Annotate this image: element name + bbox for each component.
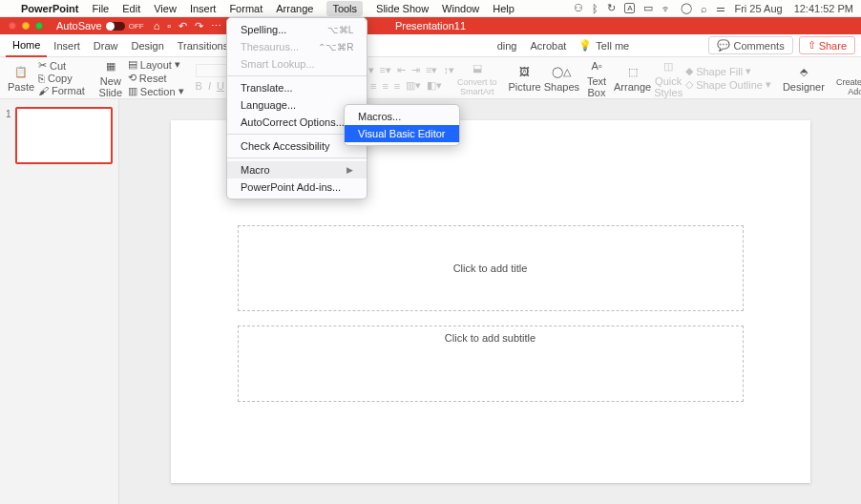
menu-item-spelling-[interactable]: Spelling...⌥⌘L [227,21,367,38]
control-center-icon[interactable]: ⚌ [716,2,725,14]
menu-insert[interactable]: Insert [190,3,217,14]
adobe-pdf-button[interactable]: 📄Create and Share Adobe PDF [836,59,861,96]
save-icon[interactable]: ▫ [167,20,171,32]
home-icon[interactable]: ⌂ [154,20,160,32]
line-spacing-button[interactable]: ≡▾ [426,64,437,76]
menu-item-visual-basic-editor[interactable]: Visual Basic Editor [345,125,459,142]
convert-smartart-button[interactable]: ⬓Convert to SmartArt [457,59,497,96]
justify-button[interactable]: ≡ [394,80,400,92]
arrange-button[interactable]: ⬚Arrange [614,63,651,93]
status-icon[interactable]: ⚇ [574,2,583,14]
autosave-toggle[interactable] [106,22,125,31]
chevron-down-icon: ▾ [178,85,184,97]
copy-button[interactable]: ⎘Copy [38,73,85,84]
comments-button[interactable]: 💬Comments [708,36,792,54]
picture-button[interactable]: 🖼Picture [508,63,540,93]
subtitle-placeholder-text: Click to add subtitle [445,332,536,344]
menu-tools[interactable]: Tools [326,1,363,16]
sync-icon[interactable]: ↻ [607,2,616,14]
menu-help[interactable]: Help [493,3,514,14]
numbering-button[interactable]: ≡▾ [380,64,391,76]
subtitle-placeholder[interactable]: Click to add subtitle [238,326,744,402]
spotlight-icon[interactable]: ⌕ [701,3,707,14]
menu-item-macro[interactable]: Macro▶ [227,161,367,178]
comment-icon: 💬 [717,39,730,52]
shapes-button[interactable]: ◯△Shapes [544,63,579,93]
menu-item-macros-[interactable]: Macros... [345,108,459,125]
menu-item-smart-lookup-: Smart Lookup... [227,55,367,73]
tell-me[interactable]: Tell me [596,40,629,52]
menu-file[interactable]: File [93,3,110,14]
underline-button[interactable]: U [217,80,224,92]
format-painter-button[interactable]: 🖌Format [38,85,85,96]
tab-home[interactable]: Home [6,34,47,57]
shape-outline-button[interactable]: ◇Shape Outline▾ [685,78,771,91]
align-center-button[interactable]: ≡ [370,80,376,92]
section-button[interactable]: ▥Section▾ [128,85,184,97]
text-direction-button[interactable]: ↕▾ [443,64,454,76]
tab-insert[interactable]: Insert [47,34,87,57]
fill-icon: ◆ [685,65,693,77]
reset-button[interactable]: ⟲Reset [128,72,184,84]
title-placeholder[interactable]: Click to add title [238,225,744,311]
bluetooth-icon[interactable]: ᛒ [592,3,598,14]
quick-styles-button[interactable]: ◫Quick Styles [654,57,682,98]
tab-draw[interactable]: Draw [87,34,125,57]
app-name[interactable]: PowerPoint [21,3,79,14]
indent-inc-button[interactable]: ⇥ [411,64,420,76]
menu-item-powerpoint-add-ins-[interactable]: PowerPoint Add-ins... [227,178,367,196]
macos-menubar: PowerPoint File Edit View Insert Format … [0,0,861,17]
window-zoom-button[interactable] [35,22,43,30]
window-titlebar: AutoSave OFF ⌂ ▫ ↶ ↷ ⋯ Presentation11 [0,17,861,34]
battery-icon[interactable]: ▭ [643,2,653,14]
slide-thumbnail-panel: 1 [0,99,119,504]
bold-button[interactable]: B [196,80,202,92]
indent-dec-button[interactable]: ⇤ [397,64,406,76]
menu-window[interactable]: Window [442,3,479,14]
cut-label: Cut [50,60,66,72]
share-button[interactable]: ⇧Share [799,36,855,54]
window-minimize-button[interactable] [22,22,30,30]
menu-arrange[interactable]: Arrange [276,3,313,14]
shape-fill-button[interactable]: ◆Shape Fill▾ [685,65,771,77]
undo-icon[interactable]: ↶ [178,20,187,32]
user-icon[interactable]: ◯ [681,2,692,14]
menubar-time[interactable]: 12:41:52 PM [794,3,853,14]
more-icon[interactable]: ⋯ [211,20,221,32]
text-box-button[interactable]: A▫Text Box [582,57,611,98]
italic-button[interactable]: I [208,80,211,92]
picture-label: Picture [508,81,540,93]
slide-thumbnail[interactable] [15,107,113,164]
reset-label: Reset [139,73,167,84]
share-icon: ⇧ [808,39,816,52]
smartart-button[interactable]: ◧▾ [427,79,442,92]
tab-recording[interactable]: ding [491,34,524,57]
ribbon-content: 📋Paste ✂Cut ⎘Copy 🖌Format ▦New Slide ▤La… [0,57,861,99]
tab-acrobat[interactable]: Acrobat [523,34,573,57]
scissors-icon: ✂ [38,59,47,72]
cut-button[interactable]: ✂Cut [38,59,85,72]
shapeoutline-label: Shape Outline [696,79,763,91]
menu-item-translate-[interactable]: Translate... [227,79,367,96]
menubar-date[interactable]: Fri 25 Aug [734,3,782,14]
redo-icon[interactable]: ↷ [195,20,203,32]
paste-button[interactable]: 📋Paste [7,63,35,93]
tab-design[interactable]: Design [125,34,171,57]
layout-button[interactable]: ▤Layout▾ [128,58,184,71]
chevron-down-icon: ▾ [766,78,771,91]
window-close-button[interactable] [9,22,16,30]
autosave-state: OFF [129,22,144,31]
menu-edit[interactable]: Edit [122,3,140,14]
paragraph-group: ☰▾ ≡▾ ⇤ ⇥ ≡▾ ↕▾ ≡ ≡ ≡ ≡ ▥▾ ◧▾ ⬓Convert t… [356,59,500,96]
menu-format[interactable]: Format [229,3,262,14]
share-label: Share [819,40,847,52]
align-right-button[interactable]: ≡ [382,80,388,92]
keyboard-icon[interactable]: A [624,3,635,13]
new-slide-button[interactable]: ▦New Slide [96,57,125,98]
menu-slideshow[interactable]: Slide Show [376,3,429,14]
menu-view[interactable]: View [154,3,177,14]
textbox-label: Text Box [587,75,606,98]
wifi-icon[interactable]: ᯤ [662,3,672,14]
designer-button[interactable]: ⬘Designer [783,63,825,93]
columns-button[interactable]: ▥▾ [406,79,421,92]
